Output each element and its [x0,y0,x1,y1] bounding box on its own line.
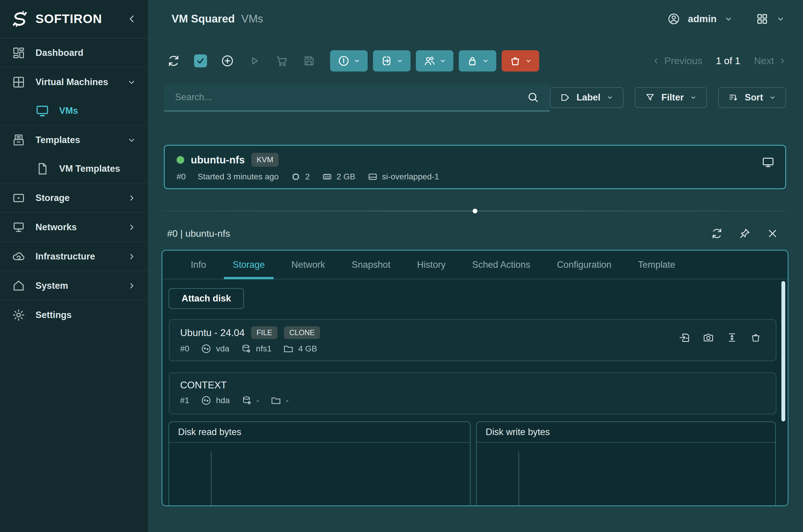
page-subtitle: VMs [241,13,263,25]
sidebar-item-system[interactable]: System [0,271,148,301]
lock-dropdown-button[interactable] [459,50,496,72]
user-avatar-icon[interactable] [667,13,680,25]
resize-icon[interactable] [726,331,738,343]
disk-datastore-value: - [256,396,259,405]
migrate-icon [380,55,393,67]
filter-button[interactable]: Filter [635,87,707,108]
refresh-icon[interactable] [167,54,180,68]
vm-card-meta-row: #0 Started 3 minutes ago 2 RAM 2 GB si-o… [177,171,773,182]
refresh-icon[interactable] [711,227,723,240]
datastore-icon [241,395,252,406]
chevron-right-icon [127,223,136,232]
disk-title-row: Ubuntu - 24.04 FILE CLONE [180,326,765,339]
tab-network[interactable]: Network [282,251,334,279]
vm-list-scroll-track [164,209,786,213]
chart-title: Disk write bytes [477,422,775,443]
previous-label: Previous [664,55,702,66]
dashboard-icon [12,46,25,60]
tab-configuration[interactable]: Configuration [548,251,620,279]
disk-name: CONTEXT [180,380,227,391]
marketplace-icon[interactable] [275,54,289,68]
vm-toolbar: Previous 1 of 1 Next [167,49,786,73]
search-box[interactable] [164,84,550,111]
search-icon[interactable] [527,91,539,103]
next-label: Next [754,55,774,66]
sidebar-item-virtual-machines[interactable]: Virtual Machines [0,68,148,96]
tab-storage[interactable]: Storage [224,251,274,279]
save-icon[interactable] [302,54,316,68]
sidebar-item-label: Storage [36,193,70,203]
monitor-icon [36,104,49,118]
chevron-down-icon [769,94,776,101]
sidebar-item-vms[interactable]: VMs [0,96,148,126]
power-dropdown-button[interactable] [330,50,368,72]
tab-history[interactable]: History [408,251,454,279]
tab-sched-actions[interactable]: Sched Actions [463,251,539,279]
search-input[interactable] [175,92,527,103]
chevron-down-icon [482,57,489,64]
templates-icon [12,133,25,147]
export-icon[interactable] [679,331,691,343]
apps-menu-chevron-icon[interactable] [777,15,785,23]
user-name[interactable]: admin [688,13,717,24]
sort-button-text: Sort [745,92,763,103]
chart-disk-write: Disk write bytes [476,421,776,506]
console-monitor-icon[interactable] [762,156,774,169]
scroll-handle[interactable] [473,209,477,213]
sidebar-collapse-icon[interactable] [126,13,138,25]
storage-icon [12,191,25,205]
panel-scrollbar[interactable] [781,281,785,421]
chart-y-axis [211,452,212,506]
attach-disk-button[interactable]: Attach disk [169,288,244,309]
create-icon[interactable] [221,54,234,68]
snapshot-camera-icon[interactable] [702,331,714,343]
play-icon[interactable] [248,54,261,68]
sidebar-item-networks[interactable]: Networks [0,213,148,242]
infrastructure-icon [12,250,25,263]
tab-template[interactable]: Template [629,251,684,279]
delete-dropdown-button[interactable] [501,50,539,72]
file-icon [36,162,49,175]
tab-snapshot[interactable]: Snapshot [343,251,399,279]
disk-id: #0 [180,344,189,354]
filter-icon [645,92,655,103]
target-socket-icon [201,395,212,406]
disk-target-value: hda [216,396,230,405]
disk-card-ubuntu[interactable]: Ubuntu - 24.04 FILE CLONE #0 vda nfs1 [169,319,777,361]
previous-page-button[interactable]: Previous [652,55,702,66]
next-page-button[interactable]: Next [754,55,786,66]
pin-icon[interactable] [738,227,751,240]
softiron-logo-icon [11,10,29,28]
label-button[interactable]: Label [550,87,623,108]
sidebar-item-templates[interactable]: Templates [0,126,148,154]
chevron-down-icon [127,136,136,145]
chart-y-axis [518,452,519,506]
delete-icon[interactable] [750,331,762,343]
sidebar-item-dashboard[interactable]: Dashboard [0,38,148,68]
vm-host-value: si-overlapped-1 [382,172,439,182]
vm-list-item[interactable]: ubuntu-nfs KVM #0 Started 3 minutes ago … [164,145,786,189]
migrate-dropdown-button[interactable] [373,50,410,72]
sidebar-item-settings[interactable]: Settings [0,301,148,329]
disk-card-context[interactable]: CONTEXT #1 hda - [169,373,777,414]
ownership-dropdown-button[interactable] [416,50,453,72]
chevron-right-icon [127,281,136,290]
logo-text: SOFTIRON [36,12,102,26]
disk-actions [679,331,762,343]
disk-size-value: 4 GB [298,344,317,354]
sort-button[interactable]: Sort [718,87,786,108]
sidebar-item-vm-templates[interactable]: VM Templates [0,154,148,184]
sidebar-item-storage[interactable]: Storage [0,184,148,213]
close-icon[interactable] [766,227,779,240]
chart-plot-area [477,443,775,506]
select-all-checkbox[interactable] [194,54,207,68]
tab-info[interactable]: Info [182,251,215,279]
disk-clone-badge: CLONE [284,326,320,339]
delete-icon [509,55,522,67]
user-menu-chevron-icon[interactable] [724,15,733,23]
apps-grid-icon[interactable] [756,13,769,25]
sidebar-item-infrastructure[interactable]: Infrastructure [0,242,148,271]
chevron-left-icon [652,57,660,65]
chevron-down-icon [525,57,532,64]
filter-buttons: Label Filter Sort [550,87,786,108]
